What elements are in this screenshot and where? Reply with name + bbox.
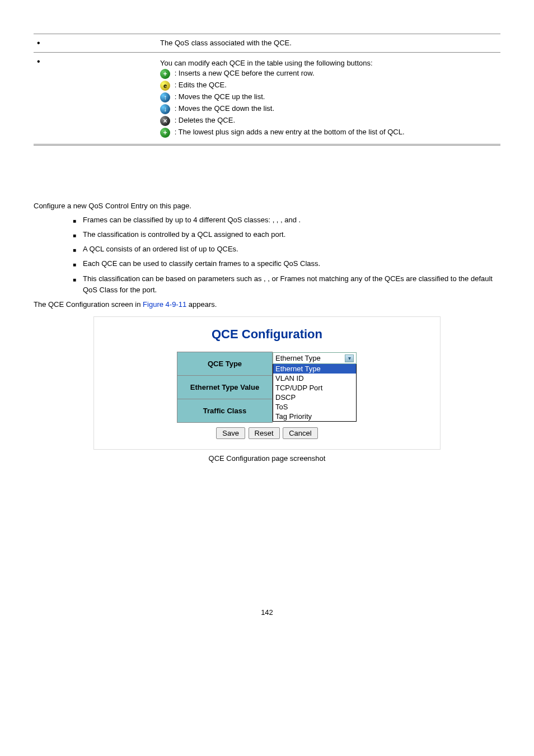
qce-label-traffic: Traffic Class	[177, 399, 273, 422]
dropdown-option[interactable]: Ethernet Type	[273, 364, 356, 374]
feature-list: Frames can be classified by up to 4 diff…	[34, 214, 500, 296]
figure-caption: QCE Configuration page screenshot	[34, 454, 500, 463]
icon-description-table: • The QoS class associated with the QCE.…	[34, 34, 500, 146]
delete-icon: ×	[160, 116, 170, 126]
qce-label-type: QCE Type	[177, 352, 273, 375]
table-cell-buttons-desc: You can modify each QCE in the table usi…	[157, 53, 500, 145]
table-row-bullet: •	[34, 34, 157, 53]
dropdown-option[interactable]: Tag Priority	[273, 412, 356, 421]
button-row: Save Reset Cancel	[105, 427, 429, 439]
icon-desc-text: : Moves the QCE down the list.	[175, 104, 274, 113]
icon-desc-text: : Moves the QCE up the list.	[175, 92, 265, 101]
reset-button[interactable]: Reset	[249, 427, 280, 439]
dropdown-option[interactable]: TCP/UDP Port	[273, 383, 356, 393]
dropdown-option[interactable]: DSCP	[273, 393, 356, 402]
icon-desc-text: : The lowest plus sign adds a new entry …	[175, 128, 405, 136]
plus-icon: +	[160, 128, 170, 138]
edit-icon: e	[160, 81, 170, 91]
figure-reference-line: The QCE Configuration screen in Figure 4…	[34, 300, 500, 309]
figure-link[interactable]: Figure 4-9-11	[143, 300, 186, 309]
list-item: A QCL consists of an ordered list of up …	[73, 244, 500, 255]
qce-label-ethvalue: Ethernet Type Value	[177, 375, 273, 399]
figref-pre: The QCE Configuration screen in	[34, 300, 143, 309]
icon-desc-text: : Inserts a new QCE before the current r…	[175, 69, 315, 77]
list-item: This classification can be based on para…	[73, 273, 500, 296]
dropdown-option[interactable]: ToS	[273, 402, 356, 412]
buttons-intro: You can modify each QCE in the table usi…	[160, 59, 497, 67]
dropdown-option[interactable]: VLAN ID	[273, 374, 356, 383]
qce-type-dropdown[interactable]: Ethernet Type ▾ Ethernet Type VLAN ID TC…	[273, 352, 357, 422]
dropdown-selected[interactable]: Ethernet Type ▾	[273, 352, 357, 364]
page-number: 142	[34, 608, 500, 617]
list-item: The classification is controlled by a QC…	[73, 229, 500, 240]
icon-desc-line: + : Inserts a new QCE before the current…	[160, 69, 497, 79]
table-row-bullet: •	[34, 53, 157, 145]
plus-icon: +	[160, 69, 170, 79]
table-cell-text: The QoS class associated with the QCE.	[157, 34, 500, 53]
icon-desc-line: ↑ : Moves the QCE up the list.	[160, 92, 497, 102]
save-button[interactable]: Save	[216, 427, 245, 439]
icon-desc-text: : Edits the QCE.	[175, 81, 227, 89]
qce-form-table: QCE Type Ethernet Type ▾ Ethernet Type V…	[177, 352, 357, 423]
icon-desc-line: + : The lowest plus sign adds a new entr…	[160, 128, 497, 138]
icon-desc-line: ↓ : Moves the QCE down the list.	[160, 104, 497, 114]
cancel-button[interactable]: Cancel	[283, 427, 317, 439]
chevron-down-icon[interactable]: ▾	[345, 354, 354, 362]
qce-config-panel: QCE Configuration QCE Type Ethernet Type…	[93, 316, 441, 450]
figref-post: appears.	[186, 300, 217, 309]
icon-desc-line: × : Deletes the QCE.	[160, 116, 497, 126]
dropdown-list: Ethernet Type VLAN ID TCP/UDP Port DSCP …	[273, 364, 357, 422]
down-icon: ↓	[160, 104, 170, 114]
up-icon: ↑	[160, 92, 170, 102]
list-item: Each QCE can be used to classify certain…	[73, 258, 500, 269]
dropdown-selected-text: Ethernet Type	[275, 354, 321, 362]
intro-text: Configure a new QoS Control Entry on thi…	[34, 202, 500, 210]
list-item: Frames can be classified by up to 4 diff…	[73, 214, 500, 226]
qce-title: QCE Configuration	[105, 327, 429, 342]
icon-desc-text: : Deletes the QCE.	[175, 116, 235, 124]
icon-desc-line: e : Edits the QCE.	[160, 81, 497, 91]
